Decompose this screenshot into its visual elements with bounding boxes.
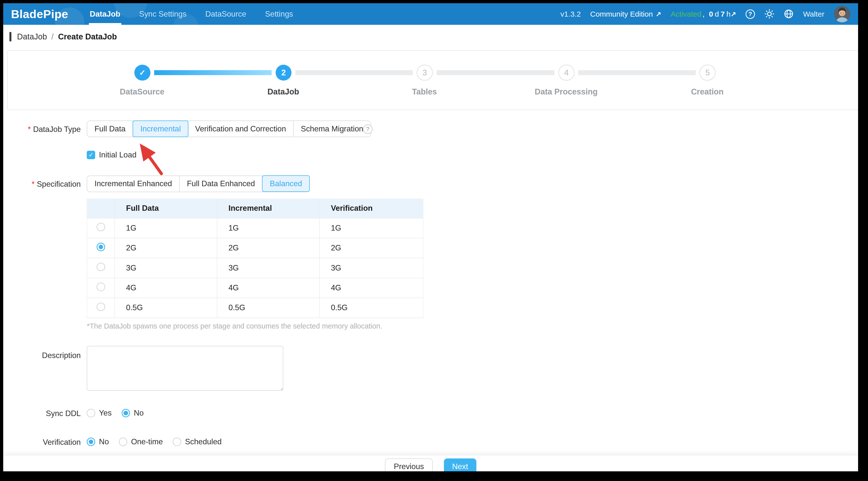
sync-ddl-label: Sync DDL bbox=[3, 409, 81, 418]
help-icon[interactable]: ? bbox=[746, 9, 755, 19]
step-number: 3 bbox=[422, 68, 427, 77]
license-separator: , bbox=[703, 10, 705, 18]
step-circle-datasource: ✓ bbox=[134, 65, 150, 81]
cell-full-data: 2G bbox=[115, 238, 217, 258]
radio-no[interactable] bbox=[87, 438, 95, 446]
step-circle-datajob: 2 bbox=[276, 65, 292, 81]
radio-no[interactable] bbox=[122, 409, 130, 417]
table-row[interactable]: 2G 2G 2G bbox=[87, 238, 423, 258]
initial-load-label[interactable]: Initial Load bbox=[99, 150, 136, 159]
initial-load-row: ✓ Initial Load bbox=[87, 150, 136, 159]
row-radio-05g[interactable] bbox=[97, 303, 105, 311]
license-status[interactable]: Activated , 0 d 7 h ↗ bbox=[671, 10, 736, 18]
top-navbar: BladePipe DataJob Sync Settings DataSour… bbox=[3, 3, 858, 25]
sync-ddl-option-no[interactable]: No bbox=[122, 409, 144, 418]
breadcrumb-separator: / bbox=[51, 32, 54, 41]
option-label: One-time bbox=[131, 438, 163, 446]
required-mark: * bbox=[28, 125, 31, 133]
datajob-type-label: *DataJob Type bbox=[3, 125, 81, 134]
external-link-icon: ↗ bbox=[731, 10, 736, 18]
step-number: 4 bbox=[564, 68, 568, 77]
radio-one-time[interactable] bbox=[119, 438, 127, 446]
step-connector bbox=[578, 70, 695, 75]
edition-link[interactable]: Community Edition ↗ bbox=[590, 10, 661, 18]
app-window: BladePipe DataJob Sync Settings DataSour… bbox=[0, 0, 861, 475]
nav-item-sync-settings[interactable]: Sync Settings bbox=[130, 3, 196, 25]
nav-item-datasource[interactable]: DataSource bbox=[196, 3, 255, 25]
sync-ddl-option-yes[interactable]: Yes bbox=[87, 409, 112, 418]
nav-item-datajob[interactable]: DataJob bbox=[80, 3, 130, 25]
cell-verification: 3G bbox=[319, 258, 423, 278]
cell-full-data: 4G bbox=[115, 278, 217, 298]
cell-full-data: 3G bbox=[115, 258, 217, 278]
table-row[interactable]: 3G 3G 3G bbox=[87, 258, 423, 278]
step-circle-tables: 3 bbox=[417, 65, 433, 81]
field-label-text: DataJob Type bbox=[33, 125, 81, 133]
datajob-type-option-schema-migration[interactable]: Schema Migration bbox=[294, 121, 371, 137]
description-input[interactable] bbox=[87, 346, 283, 391]
radio-yes[interactable] bbox=[87, 409, 95, 417]
language-globe-icon[interactable] bbox=[784, 9, 794, 19]
row-radio-2g[interactable] bbox=[97, 243, 105, 251]
avatar[interactable] bbox=[834, 6, 850, 22]
nav-item-label: DataJob bbox=[90, 10, 120, 19]
uptime-days: 0 bbox=[709, 10, 713, 18]
page-title: Create DataJob bbox=[58, 32, 117, 41]
required-mark: * bbox=[31, 180, 34, 188]
table-row[interactable]: 0.5G 0.5G 0.5G bbox=[87, 298, 423, 318]
datajob-type-option-full-data[interactable]: Full Data bbox=[87, 121, 133, 137]
cell-verification: 1G bbox=[319, 218, 423, 238]
option-label: No bbox=[99, 438, 109, 446]
description-label: Description bbox=[3, 351, 81, 360]
next-button[interactable]: Next bbox=[444, 458, 476, 475]
step-label-tables: Tables bbox=[369, 87, 480, 96]
sync-ddl-row: Yes No bbox=[87, 409, 154, 418]
row-radio-3g[interactable] bbox=[97, 263, 105, 271]
step-label-datasource: DataSource bbox=[87, 87, 197, 96]
spec-option-full-data-enhanced[interactable]: Full Data Enhanced bbox=[180, 176, 263, 192]
brand-logo[interactable]: BladePipe bbox=[3, 3, 80, 25]
external-link-icon: ↗ bbox=[656, 10, 661, 18]
verification-option-scheduled[interactable]: Scheduled bbox=[173, 438, 222, 446]
cell-incremental: 3G bbox=[217, 258, 319, 278]
specification-group: Incremental Enhanced Full Data Enhanced … bbox=[87, 176, 310, 192]
row-radio-4g[interactable] bbox=[97, 283, 105, 291]
column-header-full-data: Full Data bbox=[115, 199, 217, 218]
table-row[interactable]: 1G 1G 1G bbox=[87, 218, 423, 238]
datajob-type-option-incremental[interactable]: Incremental bbox=[133, 120, 188, 137]
step-connector-done bbox=[154, 70, 271, 75]
main-nav: DataJob Sync Settings DataSource Setting… bbox=[80, 3, 302, 25]
step-circle-data-processing: 4 bbox=[558, 65, 575, 81]
navbar-right: v1.3.2 Community Edition ↗ Activated , 0… bbox=[560, 3, 858, 25]
step-label-data-processing: Data Processing bbox=[511, 87, 622, 96]
cell-verification: 4G bbox=[319, 278, 423, 298]
specification-label: *Specification bbox=[3, 180, 81, 189]
check-icon: ✓ bbox=[139, 68, 146, 77]
spec-option-incremental-enhanced[interactable]: Incremental Enhanced bbox=[87, 176, 180, 192]
nav-item-label: Settings bbox=[265, 10, 293, 19]
edition-label: Community Edition bbox=[590, 10, 653, 18]
radio-scheduled[interactable] bbox=[173, 438, 181, 446]
breadcrumb-parent[interactable]: DataJob bbox=[17, 32, 47, 41]
option-label: Yes bbox=[99, 409, 112, 418]
datajob-type-help-icon[interactable]: ? bbox=[363, 124, 373, 134]
verification-option-one-time[interactable]: One-time bbox=[119, 438, 163, 446]
uptime-days-unit: d bbox=[715, 10, 719, 18]
initial-load-checkbox[interactable]: ✓ bbox=[87, 151, 95, 159]
spec-option-balanced[interactable]: Balanced bbox=[262, 175, 310, 192]
step-connector bbox=[437, 70, 555, 75]
uptime-hours: 7 bbox=[720, 10, 725, 18]
cell-incremental: 4G bbox=[217, 278, 319, 298]
previous-button[interactable]: Previous bbox=[385, 458, 433, 475]
datajob-type-option-verification-and-correction[interactable]: Verification and Correction bbox=[188, 121, 294, 137]
table-header-row: Full Data Incremental Verification bbox=[87, 199, 423, 218]
theme-sun-icon[interactable] bbox=[765, 9, 774, 19]
row-radio-1g[interactable] bbox=[97, 223, 105, 231]
option-label: Scheduled bbox=[185, 438, 222, 446]
table-row[interactable]: 4G 4G 4G bbox=[87, 278, 423, 298]
nav-item-settings[interactable]: Settings bbox=[255, 3, 302, 25]
breadcrumb-accent-bar bbox=[9, 32, 12, 41]
verification-option-no[interactable]: No bbox=[87, 438, 109, 446]
step-number: 2 bbox=[281, 68, 286, 77]
step-label-creation: Creation bbox=[652, 87, 763, 96]
